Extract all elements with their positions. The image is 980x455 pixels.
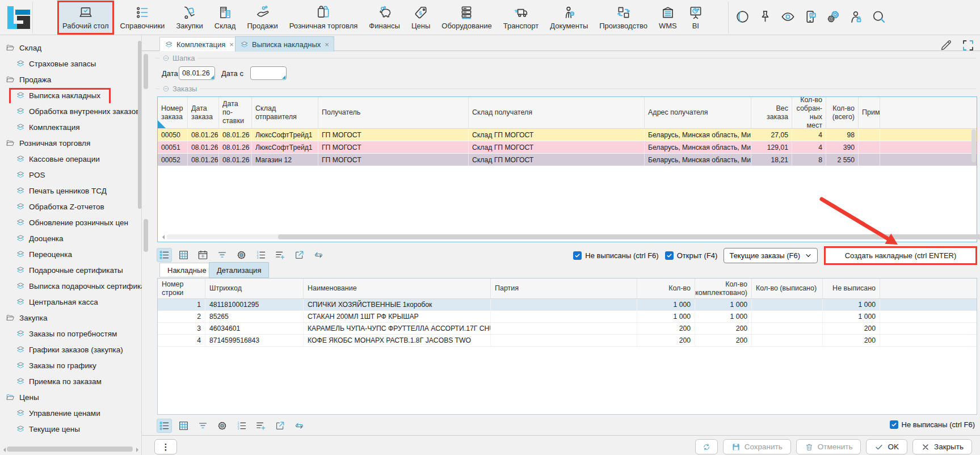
detail-tab[interactable]: Накладные [159,263,214,277]
sidebar-horizontal-scrollbar[interactable] [7,446,133,452]
column-header[interactable]: Склад отправителя [252,97,318,128]
tree-folder[interactable]: Цены [0,389,142,405]
numbered-list-button[interactable]: 123 [234,419,249,433]
detail-tab[interactable]: Детализация [209,262,269,278]
column-header[interactable]: Дата заказа [188,97,219,128]
module-item[interactable]: Производство [595,1,652,34]
open-checkbox[interactable]: Открыт (F4) [665,251,718,260]
column-header[interactable]: Примечание [859,97,880,128]
scroll-left-arrow-icon[interactable] [160,235,165,239]
module-item[interactable]: Транспорт [499,1,544,34]
tree-item[interactable]: Обработка внутренних заказов [0,103,142,119]
list-plus-button[interactable] [272,248,288,262]
column-header[interactable]: Кол-во [637,279,695,298]
order-row[interactable]: 0005108.01.2608.01.26ЛюксСофтТрейд1ГП МО… [158,141,977,154]
tree-folder[interactable]: Розничная торговля [0,135,142,151]
gear-button[interactable] [214,419,230,433]
tree-item[interactable]: Графики заказов (закупка) [0,342,142,357]
date-input[interactable]: 08.01.26 [179,66,215,80]
tree-item[interactable]: Текущие цены [0,421,142,437]
column-header[interactable]: Кол-во (всего) [826,97,859,128]
not-issued-checkbox-details[interactable]: Не выписаны (ctrl F6) [890,420,975,429]
module-item[interactable]: Склад [210,1,241,34]
ok-button[interactable]: OK [866,439,907,454]
view-list-button[interactable] [157,248,172,262]
chat-icon[interactable] [803,9,818,24]
not-issued-checkbox[interactable]: Не выписаны (ctrl F6) [573,251,658,260]
repeat-button[interactable] [311,248,326,262]
tree-item[interactable]: Комплектация [0,119,142,135]
calendar-plus-button[interactable] [195,248,211,262]
userlock-icon[interactable] [848,9,864,24]
tree-item[interactable]: Подарочные сертификаты [0,262,142,278]
document-tab[interactable]: Комплектация× [159,37,239,51]
external-link-button[interactable] [272,419,288,433]
collapse-icon[interactable] [162,54,170,62]
order-row[interactable]: 0005208.01.2608.01.26Магазин 12ГП МОГОСТ… [158,154,977,166]
scroll-right-arrow-icon[interactable] [136,448,141,452]
tree-item[interactable]: Переоценка [0,246,142,262]
content-scrollbar[interactable] [144,219,148,252]
module-item[interactable]: Финансы [364,1,405,34]
repeat-button[interactable] [292,419,307,433]
eye-icon[interactable] [780,9,796,24]
document-tab[interactable]: Выписка накладных× [235,36,334,52]
column-header[interactable]: Наименование [304,279,491,298]
close-button[interactable]: Закрыть [912,439,972,454]
module-item[interactable]: Розничная торговля [285,1,363,34]
external-link-button[interactable] [292,248,307,262]
date-from-input[interactable] [250,66,287,80]
tree-item[interactable]: Выписка накладных [0,87,142,103]
view-grid-button[interactable] [176,419,191,433]
column-header[interactable]: Кол-во (скомплектовано) [695,279,752,298]
clock-icon[interactable] [735,9,750,24]
tree-item[interactable]: Обновление розничных цен [0,214,142,230]
module-item[interactable]: Оборудование [437,1,496,34]
module-item[interactable]: WMS [654,1,682,34]
scrollbar-thumb[interactable] [278,234,980,239]
detail-row[interactable]: 48714599516843КОФЕ ЯКОБС МОНАРХ РАСТВ.1.… [158,335,977,347]
column-header[interactable]: Адрес получателя [645,97,751,128]
column-header[interactable]: Дата по- ставки [219,97,252,128]
menu-button[interactable]: ⋮ [154,439,177,454]
tree-item[interactable]: Приемка по заказам [0,373,142,389]
column-header[interactable]: Вес заказа [751,97,792,128]
cancel-button[interactable]: Отменить [796,439,861,454]
gear-button[interactable] [234,248,249,262]
orders-horizontal-scrollbar[interactable] [167,234,970,239]
save-button[interactable]: Сохранить [723,439,791,454]
column-header[interactable]: Партия [491,279,637,298]
scroll-left-arrow-icon[interactable] [1,448,6,452]
detail-row[interactable]: 14811810001295СПИЧКИ ХОЗЯЙСТВЕННЫЕ 1коро… [158,299,977,311]
tree-folder[interactable]: Продажа [0,71,142,87]
view-grid-button[interactable] [176,248,191,262]
module-item[interactable]: $Цены [407,1,435,34]
column-header[interactable]: Получатель [318,97,469,128]
tree-folder[interactable]: Закупка [0,310,142,326]
column-header[interactable]: Номер строки [158,279,205,298]
module-item[interactable]: BI [684,1,708,34]
column-header[interactable]: Склад получателя [469,97,645,128]
order-row[interactable]: 0005008.01.2608.01.26ЛюксСофтТрейд1ГП МО… [158,129,977,141]
filter-button[interactable] [214,248,230,262]
column-header[interactable]: Номер заказа [158,97,188,128]
module-item[interactable]: Документы [545,1,592,34]
tree-item[interactable]: POS [0,167,142,183]
numbered-list-button[interactable]: 123 [253,248,268,262]
tree-item[interactable]: Заказы по графику [0,357,142,373]
tree-item[interactable]: Заказы по потребностям [0,326,142,342]
tree-item[interactable]: Печать ценников ТСД [0,183,142,199]
module-item[interactable]: Закупки [171,1,207,34]
close-icon[interactable]: × [229,40,234,49]
close-icon[interactable]: × [325,40,329,49]
filter-button[interactable] [195,419,211,433]
orders-vertical-scrollbar[interactable] [971,129,976,162]
tree-item[interactable]: Центральная касса [0,294,142,310]
tree-item[interactable]: Дооценка [0,230,142,246]
tree-item[interactable]: Выписка подарочных сертификато [0,278,142,294]
detail-row[interactable]: 285265СТАКАН 200МЛ 1ШТ РФ КРЫШАР1 0001 0… [158,311,977,323]
detail-row[interactable]: 346034601КАРАМЕЛЬ ЧУПА-ЧУПС ФРУТТЕЛЛА АС… [158,323,977,335]
tree-item[interactable]: Страховые запасы [0,56,142,71]
column-header[interactable]: Кол-во собран- ных мест [792,97,826,128]
search-icon[interactable] [871,9,886,24]
